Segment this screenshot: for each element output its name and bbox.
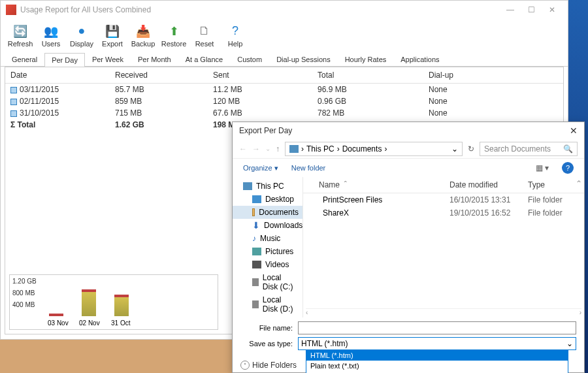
- tab-per-day[interactable]: Per Day: [44, 53, 85, 67]
- refresh-icon: 🔄: [12, 24, 28, 39]
- save-type-dropdown: HTML (*.htm)Plain text (*.txt)CSV (*.csv…: [306, 350, 568, 373]
- tree-music[interactable]: ♪Music: [233, 232, 302, 245]
- sigma-icon: Σ: [10, 120, 15, 129]
- data-row[interactable]: 31/10/2015715 MB67.6 MB782 MBNone: [5, 107, 563, 119]
- scroll-right-icon[interactable]: ›: [580, 309, 581, 317]
- data-row[interactable]: 02/11/2015859 MB120 MB0.96 GBNone: [5, 95, 563, 107]
- tab-custom[interactable]: Custom: [230, 52, 269, 66]
- file-col-date[interactable]: Date modified: [449, 180, 528, 189]
- toolbar-label: Users: [42, 40, 61, 48]
- new-folder-button[interactable]: New folder: [291, 164, 326, 172]
- tree-label: Local Disk (D:): [263, 295, 299, 314]
- help-icon: ?: [227, 24, 243, 39]
- hide-folders-button[interactable]: ˄ Hide Folders: [240, 361, 297, 370]
- grid-header: Date Received Sent Total Dial-up: [5, 67, 563, 84]
- total-recv: 1.62 GB: [115, 120, 213, 129]
- help-button[interactable]: ?Help: [221, 24, 250, 48]
- nav-history-button[interactable]: ⌄: [265, 145, 270, 152]
- tree-label: Pictures: [265, 247, 293, 256]
- file-item[interactable]: PrintScreen Files16/10/2015 13:31File fo…: [303, 193, 584, 206]
- file-col-type[interactable]: Type: [528, 180, 580, 189]
- file-col-name[interactable]: Name ˆ: [319, 180, 449, 189]
- file-name-label: File name:: [240, 324, 298, 332]
- tree-this-pc[interactable]: This PC: [233, 180, 302, 193]
- col-date[interactable]: Date: [10, 71, 115, 80]
- backup-icon: 📥: [135, 24, 151, 39]
- save-type-value: HTML (*.htm): [301, 339, 348, 348]
- breadcrumb-tail[interactable]: ›: [384, 144, 387, 154]
- restore-icon: ⬆: [166, 24, 182, 39]
- dropdown-option[interactable]: Plain text (*.txt): [306, 361, 568, 371]
- nav-forward-button[interactable]: →: [252, 144, 260, 154]
- save-type-select[interactable]: HTML (*.htm) ⌄: [298, 337, 576, 350]
- tab-dial-up-sessions[interactable]: Dial-up Sessions: [269, 52, 338, 66]
- horizontal-scrollbar[interactable]: ‹ ›: [306, 308, 581, 317]
- tree-label: Videos: [265, 260, 289, 269]
- backup-button[interactable]: 📥Backup: [129, 24, 157, 48]
- chevron-up-icon: ˄: [240, 361, 250, 370]
- refresh-button[interactable]: 🔄Refresh: [6, 24, 35, 48]
- tree-pictures[interactable]: Pictures: [233, 245, 302, 258]
- refresh-button[interactable]: ↻: [468, 144, 474, 154]
- address-chevron[interactable]: ⌄: [451, 144, 458, 154]
- maximize-button[interactable]: ☐: [521, 2, 542, 18]
- xlabel-2: 31 Oct: [111, 319, 130, 327]
- chart-bar: [82, 289, 96, 316]
- file-item[interactable]: ShareX19/10/2015 16:52File folder: [303, 206, 584, 219]
- save-type-label: Save as type:: [240, 340, 298, 348]
- ylabel-2: 400 MB: [12, 301, 35, 308]
- nav-back-button[interactable]: ←: [239, 144, 247, 154]
- toolbar-label: Export: [102, 40, 123, 48]
- col-received[interactable]: Received: [115, 71, 213, 80]
- tab-applications[interactable]: Applications: [393, 52, 446, 66]
- tab-per-month[interactable]: Per Month: [131, 52, 178, 66]
- data-row[interactable]: 03/11/201585.7 MB11.2 MB96.9 MBNone: [5, 84, 563, 95]
- dialog-options: Organize ▾ New folder ▦ ▾ ?: [233, 159, 584, 177]
- scroll-up-icon[interactable]: ⌃: [576, 179, 582, 188]
- minimize-button[interactable]: —: [500, 2, 521, 18]
- restore-button[interactable]: ⬆Restore: [159, 24, 188, 48]
- col-sent[interactable]: Sent: [213, 71, 318, 80]
- tree-local-disk-c-[interactable]: Local Disk (C:): [233, 271, 302, 293]
- tree-desktop[interactable]: Desktop: [233, 193, 302, 206]
- search-input[interactable]: Search Documents 🔍: [480, 142, 578, 156]
- tab-at-a-glance[interactable]: At a Glance: [178, 52, 230, 66]
- reset-button[interactable]: 🗋Reset: [190, 24, 219, 48]
- dialog-close-button[interactable]: ✕: [570, 125, 578, 136]
- close-button[interactable]: ✕: [542, 2, 563, 18]
- organize-button[interactable]: Organize ▾: [243, 164, 278, 172]
- ylabel-0: 1.20 GB: [12, 278, 37, 285]
- breadcrumb-1[interactable]: Documents: [342, 144, 382, 154]
- tree-downloads[interactable]: ⬇Downloads: [233, 219, 302, 232]
- users-button[interactable]: 👥Users: [37, 24, 65, 48]
- display-button[interactable]: ●Display: [67, 24, 96, 48]
- tab-general[interactable]: General: [5, 52, 44, 66]
- reset-icon: 🗋: [197, 24, 212, 39]
- nav-up-button[interactable]: ↑: [276, 144, 280, 154]
- tab-per-week[interactable]: Per Week: [85, 52, 131, 66]
- tree-label: Desktop: [265, 195, 294, 204]
- dropdown-option[interactable]: HTML (*.htm): [306, 350, 568, 361]
- chart-bar: [114, 295, 129, 316]
- tree-videos[interactable]: Videos: [233, 258, 302, 271]
- tree-label: Downloads: [264, 221, 302, 230]
- breadcrumb-0[interactable]: This PC: [306, 144, 335, 154]
- file-name-input[interactable]: [298, 321, 576, 334]
- dialog-fields: File name: Save as type: HTML (*.htm) ⌄ …: [233, 317, 584, 354]
- toolbar-label: Display: [70, 40, 93, 48]
- export-button[interactable]: 💾Export: [98, 24, 127, 48]
- col-total[interactable]: Total: [318, 71, 429, 80]
- breadcrumb-sep2: ›: [337, 144, 340, 154]
- xlabel-0: 03 Nov: [48, 319, 69, 327]
- tab-hourly-rates[interactable]: Hourly Rates: [338, 52, 394, 66]
- col-dialup[interactable]: Dial-up: [429, 71, 527, 80]
- view-button[interactable]: ▦ ▾: [536, 163, 549, 172]
- help-button[interactable]: ?: [562, 162, 574, 174]
- tree-label: This PC: [256, 182, 284, 191]
- tree-documents[interactable]: Documents: [233, 206, 302, 219]
- display-icon: ●: [74, 24, 90, 39]
- file-list: ⌃ Name ˆ Date modified Type PrintScreen …: [303, 177, 584, 317]
- hide-folders-label: Hide Folders: [252, 361, 297, 370]
- tree-local-disk-d-[interactable]: Local Disk (D:): [233, 293, 302, 316]
- address-bar[interactable]: › This PC › Documents › ⌄: [285, 142, 463, 156]
